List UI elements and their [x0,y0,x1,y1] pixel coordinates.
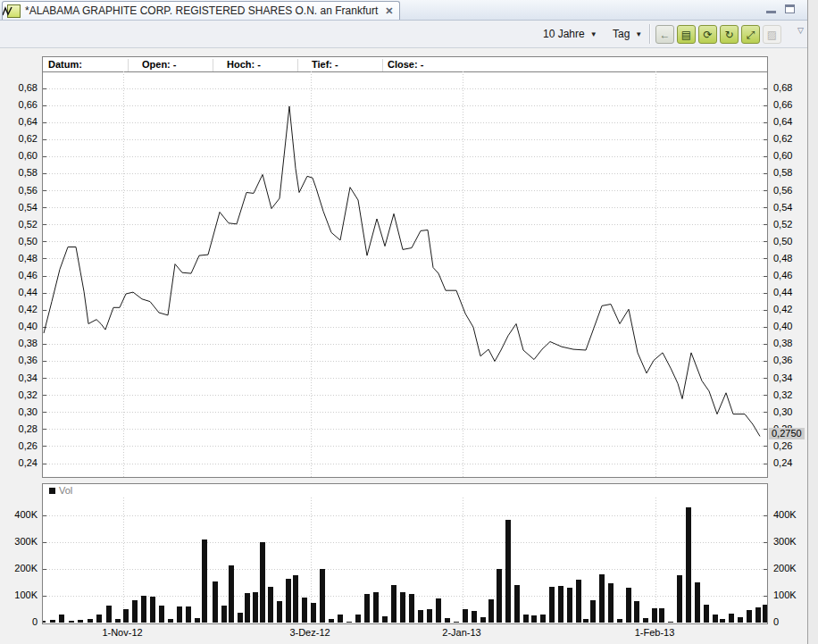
save-icon: ▤ [681,29,691,41]
price-axis-label-right: 0,26 [773,440,792,451]
price-axis-label-right: 0,38 [773,338,792,348]
volume-bar [260,542,265,623]
volume-bar [652,608,657,623]
close-icon[interactable]: ✕ [382,5,393,17]
price-axis-label-right: 0,46 [773,270,792,280]
volume-bar [668,622,673,623]
view-menu-chevron-icon[interactable]: ▽ [797,26,804,35]
volume-bar [549,587,555,623]
price-axis-label-right: 0,58 [773,167,792,178]
tab-alabama-graphite[interactable]: *ALABAMA GRAPHITE CORP. REGISTERED SHARE… [2,1,400,20]
minimize-button[interactable] [766,11,776,13]
price-axis-label-left: 0,26 [11,440,38,451]
volume-bar [245,593,250,623]
price-axis-label-left: 0,54 [11,202,38,213]
ohlc-datum-label: Datum: [48,59,82,70]
price-chart [43,71,767,477]
volume-bar [311,603,316,623]
volume-bar [268,587,273,623]
price-axis-label-left: 0,34 [11,372,38,383]
volume-bar [302,598,307,623]
volume-axis-label-right: 300K [773,536,797,547]
volume-bar [540,615,546,623]
price-axis-label-left: 0,66 [11,99,38,110]
volume-bar [729,614,734,623]
period-dropdown[interactable]: 10 Jahre ▼ [539,25,601,43]
volume-bar [523,615,529,623]
price-axis-label-right: 0,48 [773,253,792,263]
refresh-icon: ⟳ [703,29,712,41]
x-axis-label: 2-Jan-13 [430,627,493,638]
interval-dropdown[interactable]: Tag ▼ [609,25,646,43]
volume-bar [293,575,298,623]
expand-button[interactable]: ⤢ [741,25,760,44]
price-axis-label-left: 0,42 [11,304,38,314]
volume-legend-label: Vol [59,485,72,496]
volume-bar [373,592,379,623]
price-axis-label-right: 0,30 [773,406,792,417]
reload-icon: ↻ [724,29,733,41]
right-gutter [807,0,818,644]
column-separator [213,59,213,71]
volume-bar [50,620,55,623]
column-separator [297,59,298,71]
price-pane: Datum: Open: - Hoch: - Tief: - Close: - [42,56,768,478]
price-axis-label-right: 0,34 [773,372,792,383]
toolbar: 10 Jahre ▼ Tag ▼ ← ▤ ⟳ ↻ ⤢ ▨ ▽ [0,21,807,48]
volume-bar [617,619,622,623]
volume-bar [277,601,282,623]
volume-bar [608,583,614,623]
save-button[interactable]: ▤ [677,25,696,44]
volume-bar [738,617,743,623]
price-axis-label-left: 0,56 [11,185,38,196]
price-axis-label-right: 0,54 [773,202,792,213]
volume-bar [43,621,46,623]
volume-bar [338,615,343,623]
volume-pane: Vol [42,483,768,624]
volume-bar [576,580,581,623]
volume-bar [626,588,631,623]
chevron-down-icon: ▼ [635,30,642,38]
volume-bar [346,622,352,623]
volume-axis-label-left: 200K [11,563,38,573]
volume-bar [96,615,102,623]
price-axis-label-right: 0,66 [773,99,792,110]
price-axis-label-right: 0,44 [773,287,792,297]
volume-bar [583,619,588,623]
volume-bar [69,621,74,623]
price-axis-label-left: 0,58 [11,167,38,178]
volume-bar [445,618,450,623]
price-axis-label-left: 0,48 [11,253,38,263]
volume-bar [720,619,725,623]
price-axis-label-right: 0,42 [773,304,792,314]
x-axis-label: 1-Feb-13 [623,627,686,638]
back-button[interactable]: ← [655,25,674,44]
volume-bar [106,606,112,623]
price-axis-label-right: 0,56 [773,185,792,196]
volume-axis-label-left: 400K [11,509,38,520]
price-axis-label-left: 0,32 [11,389,38,400]
refresh-button[interactable]: ⟳ [698,25,717,44]
volume-bar [514,585,520,623]
volume-bar [747,610,752,623]
price-axis-label-right: 0,62 [773,133,792,144]
volume-bar [436,598,441,623]
volume-chart [43,498,767,623]
volume-axis-label-left: 300K [11,536,38,547]
period-dropdown-value: 10 Jahre [543,28,585,40]
price-axis-label-left: 0,44 [11,287,38,297]
price-axis-label-right: 0,60 [773,150,792,161]
price-axis-label-left: 0,40 [11,321,38,331]
x-axis-label: 1-Nov-12 [91,627,154,638]
maximize-button[interactable] [785,4,795,13]
reload-button[interactable]: ↻ [720,25,739,44]
volume-bar [463,609,468,623]
volume-axis-label-right: 200K [773,563,797,573]
volume-bar [141,596,146,623]
compare-button: ▨ [763,25,781,44]
ohlc-tief-label: Tief: - [312,59,338,70]
volume-bar [391,585,396,623]
volume-bar [488,599,494,623]
volume-bar [643,618,648,623]
volume-bar [202,539,207,623]
